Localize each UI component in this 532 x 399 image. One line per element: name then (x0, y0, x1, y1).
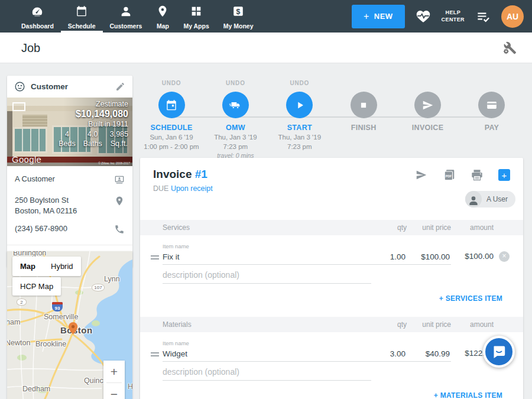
help-center-link[interactable]: HELP CENTER (442, 9, 465, 23)
nav-item-dashboard[interactable]: Dashboard (14, 0, 61, 33)
services-section-label: Services (163, 223, 371, 232)
undo-schedule-link[interactable]: UNDO (162, 80, 181, 89)
contact-card-icon[interactable] (114, 174, 125, 187)
nav-label: Customers (110, 22, 142, 30)
help-line1: HELP (442, 9, 465, 16)
nav-item-my-money[interactable]: $ My Money (216, 0, 261, 33)
job-timeline: UNDO SCHEDULE Sun, Jan 6 '191:00 pm - 2:… (140, 80, 523, 157)
pay-step-button[interactable] (478, 92, 505, 118)
content-area: Customer Zestimate $10,149,080 Built in … (0, 63, 532, 399)
map-zoom-control: + − (103, 361, 125, 399)
map-label-waltham: ham (7, 318, 20, 326)
map-label-newton: Newton (7, 339, 30, 347)
step-date: Thu, Jan 3 '197:23 pm (278, 133, 322, 151)
invoice-title: Invoice #1 (153, 168, 207, 181)
home-stats: 4Beds 4.0Baths 3,985Sq.ft. (59, 129, 128, 149)
add-invoice-button[interactable]: + (498, 169, 510, 181)
step-label: PAY (485, 124, 499, 132)
customer-address-row: 250 Boylston St Boston, MA 02116 (15, 195, 125, 216)
svg-text:$: $ (236, 8, 241, 16)
wrench-gear-icon[interactable] (502, 41, 517, 55)
add-services-item-link[interactable]: + SERVICES ITEM (140, 294, 523, 303)
step-label: OMW (226, 124, 245, 132)
undo-omw-link[interactable]: UNDO (226, 80, 245, 89)
street-view-image[interactable]: Zestimate $10,149,080 Built in 1911 4Bed… (7, 98, 132, 166)
nav-label: Map (157, 22, 169, 30)
due-value-link[interactable]: Upon receipt (171, 184, 213, 193)
new-button[interactable]: + NEW (352, 5, 405, 28)
heart-pulse-icon[interactable] (416, 9, 431, 24)
timeline-step-pay: PAY (460, 80, 523, 159)
pencil-icon[interactable] (115, 82, 125, 92)
invoice-step-button[interactable] (414, 92, 441, 118)
hcp-map-button[interactable]: HCP Map (12, 277, 61, 296)
map-type-hybrid-button[interactable]: Hybrid (43, 257, 81, 276)
invoice-card: Invoice #1 DUE Upon receipt PDF + A User… (140, 158, 523, 399)
start-step-button[interactable] (286, 92, 313, 118)
my-money-icon: $ (232, 5, 245, 20)
undo-start-link[interactable]: UNDO (290, 80, 309, 89)
nav-item-my-apps[interactable]: My Apps (176, 0, 216, 33)
paper-plane-icon (421, 99, 434, 112)
page-header: Job (0, 33, 532, 63)
chat-icon (491, 344, 507, 359)
service-unit-price-input[interactable] (407, 251, 451, 265)
close-icon[interactable]: × (499, 251, 510, 262)
pdf-icon[interactable]: PDF (443, 168, 456, 181)
nav-item-schedule[interactable]: Schedule (61, 0, 103, 33)
timeline-step-omw: UNDO OMW Thu, Jan 3 '197:23 pm travel: 0… (204, 80, 267, 159)
calendar-icon (165, 99, 178, 112)
map-type-map-button[interactable]: Map (12, 257, 43, 276)
plus-icon: + (364, 11, 369, 22)
unit-price-column-header: unit price (407, 320, 451, 329)
timeline-step-start: UNDO START Thu, Jan 3 '197:23 pm (268, 80, 331, 159)
nav-label: My Apps (183, 22, 209, 30)
zestimate-value: $10,149,080 (59, 109, 128, 119)
amount-column-header: amount (451, 320, 494, 329)
step-label: START (287, 124, 312, 132)
print-icon[interactable] (471, 168, 484, 181)
material-unit-price-input[interactable] (407, 348, 451, 362)
dashboard-icon (31, 5, 44, 20)
schedule-step-button[interactable] (158, 92, 185, 118)
assigned-user-chip[interactable]: A User (465, 191, 515, 207)
credit-card-icon (485, 99, 498, 112)
omw-step-button[interactable] (222, 92, 249, 118)
baths-stat: 4.0Baths (83, 129, 102, 149)
step-date: Sun, Jan 6 '191:00 pm - 2:00 pm (144, 133, 199, 151)
unit-price-column-header: unit price (407, 223, 451, 232)
drag-handle-icon[interactable] (151, 352, 159, 362)
invoice-number[interactable]: #1 (195, 168, 207, 180)
route-2-badge: 2 (17, 299, 27, 306)
service-description-input[interactable] (163, 268, 371, 284)
item-name-label: Item name (163, 340, 371, 346)
finish-step-button[interactable] (351, 92, 377, 118)
map-widget[interactable]: Burlington Lynn Somerville ham Boston Ne… (7, 251, 132, 399)
service-qty-input[interactable] (371, 251, 407, 265)
material-qty-input[interactable] (371, 348, 407, 362)
zoom-in-button[interactable]: + (103, 361, 125, 382)
send-icon[interactable] (415, 168, 428, 181)
zestimate-overlay: Zestimate $10,149,080 Built in 1911 4Bed… (59, 100, 128, 149)
top-nav: Dashboard Schedule Customers Map My Apps… (0, 0, 532, 33)
location-pin-icon[interactable] (114, 195, 125, 209)
avatar[interactable]: AU (501, 5, 524, 28)
customer-info: A Customer 250 Boylston St Boston, MA 02… (7, 166, 132, 237)
nav-items: Dashboard Schedule Customers Map My Apps… (14, 0, 261, 33)
zoom-out-button[interactable]: − (103, 383, 125, 399)
materials-header-bar: Materials qty unit price amount (140, 317, 523, 332)
customer-phone: (234) 567-8900 (15, 223, 114, 234)
drag-handle-icon[interactable] (151, 255, 159, 265)
phone-icon[interactable] (114, 223, 125, 237)
help-list-icon[interactable] (475, 9, 491, 24)
customer-card-title: Customer (31, 82, 115, 91)
nav-item-customers[interactable]: Customers (103, 0, 150, 33)
map-pin-icon (69, 322, 78, 335)
material-description-input[interactable] (163, 365, 371, 381)
add-materials-item-link[interactable]: + MATERIALS ITEM (140, 391, 523, 399)
nav-label: Schedule (68, 22, 96, 30)
service-name-input[interactable] (163, 251, 371, 265)
chat-button[interactable] (483, 336, 515, 368)
nav-item-map[interactable]: Map (149, 0, 176, 33)
material-name-input[interactable] (163, 348, 371, 362)
